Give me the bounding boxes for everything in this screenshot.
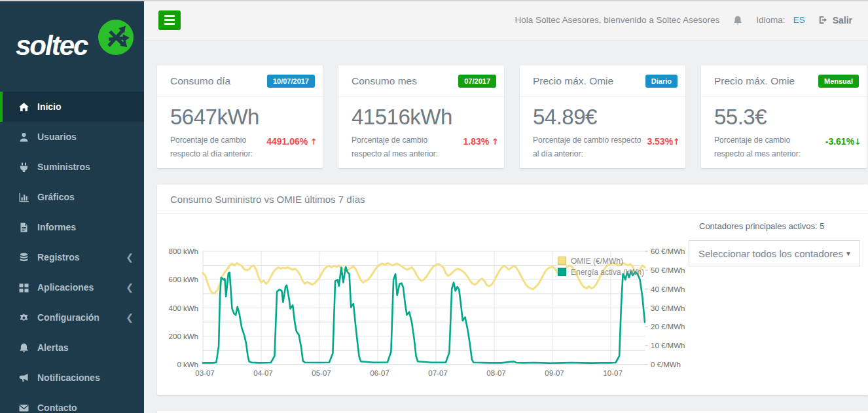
kpi-card-description: 1.83% ↑Porcentaje de cambio respecto al … bbox=[352, 134, 499, 161]
home-icon bbox=[18, 101, 29, 113]
logout-label: Salir bbox=[833, 15, 852, 26]
sidebar-item-inicio[interactable]: Inicio bbox=[0, 92, 144, 122]
logo-arrows-icon bbox=[97, 18, 135, 56]
plug-icon bbox=[18, 162, 29, 173]
kpi-card-badge: Mensual bbox=[818, 75, 859, 88]
svg-text:07-07: 07-07 bbox=[428, 369, 447, 377]
hamburger-menu-button[interactable] bbox=[158, 10, 181, 30]
kpi-card-body: 41516kWh1.83% ↑Porcentaje de cambio resp… bbox=[338, 97, 504, 169]
kpi-card-description: 4491.06% ↑Porcentaje de cambio respecto … bbox=[170, 134, 317, 161]
sidebar-item-informes[interactable]: Informes bbox=[0, 212, 144, 242]
svg-text:800 kWh: 800 kWh bbox=[169, 247, 198, 255]
legend-item: Energía activa (kWh) bbox=[558, 266, 644, 278]
kpi-card-title: Precio máx. Omie bbox=[714, 75, 795, 87]
notifications-bell-icon[interactable] bbox=[732, 15, 743, 26]
megaphone-icon bbox=[18, 372, 29, 384]
sidebar-item-configuracion[interactable]: Configuración❮ bbox=[0, 302, 144, 332]
sign-out-icon bbox=[818, 15, 828, 25]
legend-swatch-icon bbox=[558, 268, 566, 276]
kpi-card-title: Consumo día bbox=[170, 75, 230, 87]
svg-text:0 €/MWh: 0 €/MWh bbox=[651, 361, 681, 368]
sidebar-item-label: Inicio bbox=[37, 101, 62, 112]
sidebar-item-label: Suministros bbox=[37, 162, 90, 172]
chevron-left-icon: ❮ bbox=[126, 282, 134, 293]
svg-text:600 kWh: 600 kWh bbox=[169, 276, 198, 283]
kpi-card-body: 5647kWh4491.06% ↑Porcentaje de cambio re… bbox=[157, 97, 323, 169]
svg-text:0 kWh: 0 kWh bbox=[177, 361, 198, 368]
kpi-cards-row: Consumo día10/07/20175647kWh4491.06% ↑Po… bbox=[157, 65, 867, 168]
active-counters-label: Contadores principales activos: 5 bbox=[699, 221, 860, 231]
svg-text:60 €/MWh: 60 €/MWh bbox=[651, 247, 685, 255]
sidebar-item-alertas[interactable]: Alertas bbox=[0, 332, 144, 363]
kpi-card-title: Precio máx. Omie bbox=[533, 75, 613, 87]
chart-panel-header: Consumo Suministro vs OMIE últimos 7 día… bbox=[157, 185, 868, 214]
kpi-card-0: Consumo día10/07/20175647kWh4491.06% ↑Po… bbox=[157, 65, 323, 168]
kpi-card-value: 54.89€ bbox=[533, 105, 680, 130]
svg-text:20 €/MWh: 20 €/MWh bbox=[651, 323, 685, 331]
sidebar-item-label: Registros bbox=[37, 252, 80, 262]
top-border-strip bbox=[0, 0, 868, 1]
logo-text: soltec bbox=[16, 30, 87, 62]
svg-text:10-07: 10-07 bbox=[603, 369, 622, 377]
sidebar-nav: InicioUsuariosSuministrosGráficosInforme… bbox=[0, 92, 144, 413]
language-selector[interactable]: ES bbox=[793, 15, 805, 25]
sidebar-item-label: Informes bbox=[37, 222, 76, 232]
kpi-change-percent: -3.61%↓ bbox=[825, 134, 861, 150]
svg-text:04-07: 04-07 bbox=[253, 369, 272, 377]
sidebar-item-suministros[interactable]: Suministros bbox=[0, 152, 144, 182]
kpi-card-body: 55.3€-3.61%↓Porcentaje de cambio respect… bbox=[701, 97, 867, 169]
kpi-card-badge: 10/07/2017 bbox=[267, 75, 315, 88]
change-arrow-icon: ↑ bbox=[310, 137, 317, 147]
chart-legend: OMIE (€/MWh)Energía activa (kWh) bbox=[558, 255, 644, 278]
sidebar-item-aplicaciones[interactable]: Aplicaciones❮ bbox=[0, 272, 144, 302]
svg-text:400 kWh: 400 kWh bbox=[169, 304, 198, 312]
legend-label: OMIE (€/MWh) bbox=[571, 257, 623, 266]
kpi-card-header: Consumo día10/07/2017 bbox=[157, 65, 323, 97]
kpi-card-description: -3.61%↓Porcentaje de cambio respecto al … bbox=[714, 134, 861, 161]
kpi-card-1: Consumo mes07/201741516kWh1.83% ↑Porcent… bbox=[338, 65, 504, 168]
soltec-logo: soltec bbox=[0, 0, 144, 92]
svg-text:30 €/MWh: 30 €/MWh bbox=[651, 304, 685, 312]
sidebar-item-label: Notificaciones bbox=[37, 372, 100, 383]
sidebar-item-contacto[interactable]: Contacto bbox=[0, 393, 144, 413]
chart-controls: Contadores principales activos: 5 Selecc… bbox=[689, 221, 860, 266]
counters-select[interactable]: Seleccionar todos los contadores ▼ bbox=[689, 240, 860, 266]
sidebar-item-usuarios[interactable]: Usuarios bbox=[0, 122, 144, 152]
svg-text:06-07: 06-07 bbox=[370, 369, 389, 377]
svg-text:03-07: 03-07 bbox=[195, 369, 214, 377]
logout-button[interactable]: Salir bbox=[818, 15, 852, 26]
chart-panel: Consumo Suministro vs OMIE últimos 7 día… bbox=[157, 185, 868, 395]
kpi-card-value: 5647kWh bbox=[170, 105, 317, 130]
svg-text:200 kWh: 200 kWh bbox=[169, 332, 198, 340]
svg-text:09-07: 09-07 bbox=[545, 369, 564, 377]
sidebar-item-registros[interactable]: Registros❮ bbox=[0, 242, 144, 272]
database-icon bbox=[18, 252, 29, 263]
sidebar-item-label: Contacto bbox=[37, 403, 77, 413]
bell-icon bbox=[18, 342, 29, 353]
language-label: Idioma: bbox=[756, 15, 785, 25]
sidebar-item-notificaciones[interactable]: Notificaciones bbox=[0, 363, 144, 393]
topbar: Hola Soltec Asesores, bienvenido a Solte… bbox=[144, 0, 868, 41]
svg-text:10 €/MWh: 10 €/MWh bbox=[651, 342, 685, 350]
kpi-card-body: 54.89€3.53%↑Porcentaje de cambio respect… bbox=[520, 97, 685, 169]
kpi-card-badge: Diario bbox=[645, 75, 678, 88]
sidebar-item-graficos[interactable]: Gráficos bbox=[0, 182, 144, 212]
counters-select-value: Seleccionar todos los contadores bbox=[698, 248, 843, 259]
kpi-change-percent: 1.83% ↑ bbox=[463, 134, 499, 150]
kpi-change-percent: 4491.06% ↑ bbox=[266, 134, 317, 150]
kpi-card-value: 41516kWh bbox=[352, 105, 499, 130]
sidebar-item-label: Alertas bbox=[37, 342, 68, 353]
svg-text:50 €/MWh: 50 €/MWh bbox=[651, 266, 685, 274]
sidebar-item-label: Gráficos bbox=[37, 192, 75, 202]
kpi-card-value: 55.3€ bbox=[714, 105, 861, 130]
bar-chart-icon bbox=[18, 192, 29, 203]
kpi-card-3: Precio máx. OmieMensual55.3€-3.61%↓Porce… bbox=[701, 65, 867, 168]
user-icon bbox=[18, 132, 29, 143]
gear-icon bbox=[18, 312, 29, 323]
change-arrow-icon: ↑ bbox=[673, 137, 680, 147]
chevron-left-icon: ❮ bbox=[126, 312, 134, 323]
envelope-icon bbox=[18, 403, 29, 413]
legend-label: Energía activa (kWh) bbox=[571, 268, 644, 277]
svg-text:05-07: 05-07 bbox=[312, 369, 331, 377]
file-icon bbox=[18, 222, 29, 233]
